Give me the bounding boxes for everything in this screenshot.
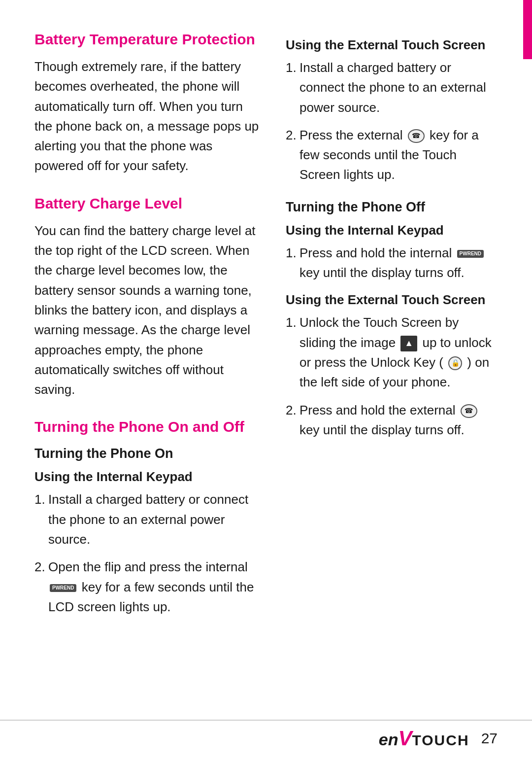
battery-temp-title: Battery Temperature Protection <box>34 30 261 49</box>
battery-temp-body: Though extremely rare, if the battery be… <box>34 57 261 176</box>
page-container: Battery Temperature Protection Though ex… <box>0 0 532 765</box>
content-area: Battery Temperature Protection Though ex… <box>34 30 498 625</box>
battery-charge-section: Battery Charge Level You can find the ba… <box>34 194 261 400</box>
right-column: Using the External Touch Screen 1. Insta… <box>286 30 498 625</box>
brand-v: V <box>398 727 412 750</box>
using-external-touch-off-section: Using the External Touch Screen 1. Unloc… <box>286 292 498 440</box>
turning-on-internal-list: 1. Install a charged battery or connect … <box>34 489 261 617</box>
brand-logo: en V TOUCH <box>379 727 469 750</box>
list-item: 1. Press and hold the internal PWR END k… <box>286 243 498 283</box>
list-item: 1. Install a charged battery or connect … <box>34 489 261 549</box>
pwr-end-icon: PWR END <box>50 584 76 592</box>
step1-text: Install a charged battery or connect the… <box>48 492 248 547</box>
list-item: 2. Press the external ☎ key for a few se… <box>286 125 498 185</box>
turning-off-section: Turning the Phone Off Using the Internal… <box>286 200 498 283</box>
using-internal-keypad-label-left: Using the Internal Keypad <box>34 469 261 485</box>
external-touch-on-list: 1. Install a charged battery or connect … <box>286 58 498 185</box>
external-touch-on-title: Using the External Touch Screen <box>286 37 498 53</box>
using-internal-keypad-label-right: Using the Internal Keypad <box>286 223 498 238</box>
circle-key-icon: 🔒 <box>448 356 462 370</box>
page-number: 27 <box>481 730 498 747</box>
left-column: Battery Temperature Protection Though ex… <box>34 30 261 625</box>
ext-on-step1: Install a charged battery or connect the… <box>299 60 486 115</box>
turning-off-label: Turning the Phone Off <box>286 200 498 215</box>
external-key-icon-on: ☎ <box>408 129 425 143</box>
accent-bar <box>523 0 532 59</box>
footer: en V TOUCH 27 <box>34 727 498 750</box>
triangle-icon: ▲ <box>400 336 417 351</box>
list-item: 1. Unlock the Touch Screen by sliding th… <box>286 313 498 392</box>
turning-on-off-title: Turning the Phone On and Off <box>34 417 261 436</box>
list-item: 2. Open the flip and press the internal … <box>34 557 261 617</box>
turning-on-off-section: Turning the Phone On and Off Turning the… <box>34 417 261 617</box>
external-key-icon-off: ☎ <box>461 404 477 418</box>
turning-off-internal-list: 1. Press and hold the internal PWR END k… <box>286 243 498 283</box>
external-touch-off-title: Using the External Touch Screen <box>286 292 498 308</box>
battery-charge-title: Battery Charge Level <box>34 194 261 213</box>
battery-temp-section: Battery Temperature Protection Though ex… <box>34 30 261 176</box>
off-step1-suffix: key until the display turns off. <box>299 265 465 280</box>
ext-off-step2-prefix: Press and hold the external <box>299 403 456 417</box>
brand-touch: TOUCH <box>412 732 469 749</box>
ext-off-step2-suffix: key until the display turns off. <box>299 422 465 437</box>
list-item: 2. Press and hold the external ☎ key unt… <box>286 400 498 440</box>
step2-prefix-text: Open the flip and press the internal <box>48 559 248 574</box>
pwr-end-icon-off: PWR END <box>457 250 484 258</box>
battery-charge-body: You can find the battery charge level at… <box>34 221 261 400</box>
ext-on-step2-prefix: Press the external <box>299 128 403 142</box>
bottom-divider <box>0 720 532 721</box>
step2-suffix-text: key for a few seconds until the LCD scre… <box>48 580 254 614</box>
external-touch-off-list: 1. Unlock the Touch Screen by sliding th… <box>286 313 498 440</box>
using-external-touch-on-section: Using the External Touch Screen 1. Insta… <box>286 37 498 185</box>
list-item: 1. Install a charged battery or connect … <box>286 58 498 117</box>
off-step1-prefix: Press and hold the internal <box>299 245 452 260</box>
turning-on-label: Turning the Phone On <box>34 446 261 461</box>
brand-en: en <box>379 730 399 749</box>
